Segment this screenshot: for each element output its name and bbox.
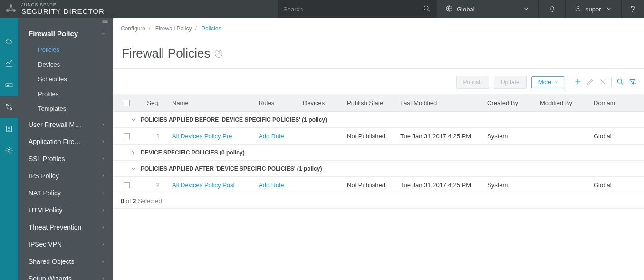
global-search[interactable] — [278, 0, 436, 18]
group-device-specific[interactable]: DEVICE SPECIFIC POLICIES (0 policy) — [113, 145, 644, 161]
chevron-right-icon — [101, 139, 106, 144]
svg-point-22 — [617, 79, 622, 83]
cell-publish: Not Published — [343, 133, 396, 140]
breadcrumb: Configure/ Firewall Policy/ Policies — [113, 18, 644, 39]
chevron-down-icon — [522, 5, 530, 14]
rail-item-configure[interactable] — [0, 96, 18, 118]
sidebar-item-shared-objects[interactable]: Shared Objects — [18, 253, 113, 270]
configure-icon — [5, 103, 13, 111]
sidebar: Firewall Policy Policies Devices Schedul… — [18, 18, 113, 280]
chevron-right-icon — [101, 225, 106, 230]
sidebar-sub-templates[interactable]: Templates — [18, 101, 113, 116]
sidebar-item-ips-policy[interactable]: IPS Policy — [18, 167, 113, 184]
rail-item-admin[interactable] — [0, 140, 18, 162]
help-icon[interactable]: ? — [215, 50, 222, 58]
rail-item-reports[interactable] — [0, 118, 18, 140]
sidebar-item-label: IPS Policy — [29, 172, 59, 180]
help-button[interactable]: ? — [621, 0, 644, 18]
update-button[interactable]: Update — [494, 76, 527, 89]
main-content: Configure/ Firewall Policy/ Policies Fir… — [113, 18, 644, 280]
publish-button[interactable]: Publish — [456, 76, 489, 89]
selection-footer: 0 of 2 Selected — [113, 193, 644, 209]
col-domain[interactable]: Domain — [590, 99, 644, 106]
col-createdby[interactable]: Created By — [483, 99, 536, 106]
add-rule-link[interactable]: Add Rule — [259, 182, 284, 189]
rail-item-devices[interactable] — [0, 74, 18, 96]
table-search-button[interactable] — [616, 78, 624, 87]
cloud-icon — [5, 37, 13, 46]
search-input[interactable] — [283, 6, 423, 13]
sidebar-item-user-firewall[interactable]: User Firewall M… — [18, 116, 113, 133]
col-devices[interactable]: Devices — [299, 99, 343, 106]
table-row[interactable]: 2 All Devices Policy Post Add Rule Not P… — [113, 177, 644, 193]
sidebar-item-app-firewall[interactable]: Application Fire… — [18, 133, 113, 150]
policy-link[interactable]: All Devices Policy Post — [172, 182, 235, 189]
sidebar-item-label: NAT Policy — [29, 189, 61, 197]
chevron-down-icon — [605, 5, 613, 14]
monitor-icon — [5, 59, 13, 68]
sidebar-item-label: Setup Wizards — [29, 275, 72, 280]
chevron-right-icon — [130, 150, 136, 155]
user-menu[interactable]: super — [565, 0, 621, 18]
crumb-configure[interactable]: Configure — [121, 25, 145, 32]
brand: JUNOS SPACE SECURITY DIRECTOR — [0, 3, 113, 15]
rail-item-dashboard[interactable] — [0, 30, 18, 52]
add-rule-link[interactable]: Add Rule — [259, 133, 284, 140]
chevron-down-icon — [101, 31, 106, 36]
crumb-firewall-policy[interactable]: Firewall Policy — [155, 25, 192, 32]
page-title: Firewall Policies — [122, 46, 210, 61]
edit-button[interactable] — [586, 78, 594, 87]
svg-point-6 — [577, 6, 579, 8]
sidebar-sub-label: Profiles — [38, 90, 58, 97]
user-label: super — [586, 6, 601, 13]
sidebar-group-label: Firewall Policy — [29, 29, 78, 38]
sidebar-item-utm-policy[interactable]: UTM Policy — [18, 202, 113, 219]
table-header: Seq. Name Rules Devices Publish State La… — [113, 94, 644, 112]
sidebar-group-firewall-policy[interactable]: Firewall Policy — [18, 25, 113, 42]
sidebar-collapse-toggle[interactable] — [18, 18, 113, 25]
delete-button[interactable] — [599, 78, 606, 87]
chevron-right-icon — [101, 259, 106, 264]
svg-point-9 — [8, 85, 9, 86]
sidebar-sub-policies[interactable]: Policies — [18, 42, 113, 57]
chevron-down-icon — [554, 80, 559, 85]
policy-link[interactable]: All Devices Policy Pre — [172, 133, 232, 140]
select-all-checkbox[interactable] — [124, 100, 130, 106]
rail-item-monitor[interactable] — [0, 52, 18, 74]
col-rules[interactable]: Rules — [255, 99, 299, 106]
row-checkbox[interactable] — [124, 182, 130, 188]
search-icon[interactable] — [423, 5, 431, 14]
sidebar-item-setup-wizards[interactable]: Setup Wizards — [18, 270, 113, 280]
notifications-button[interactable] — [538, 0, 565, 18]
sidebar-item-ipsec-vpn[interactable]: IPSec VPN — [18, 236, 113, 253]
col-publish[interactable]: Publish State — [343, 99, 396, 106]
bell-icon — [548, 5, 556, 14]
group-before[interactable]: POLICIES APPLIED BEFORE 'DEVICE SPECIFIC… — [113, 112, 644, 128]
col-name[interactable]: Name — [168, 99, 255, 106]
topbar: JUNOS SPACE SECURITY DIRECTOR Global sup… — [0, 0, 644, 18]
sidebar-item-label: UTM Policy — [29, 206, 63, 214]
more-button[interactable]: More — [531, 76, 564, 88]
group-after[interactable]: POLICIES APPLIED AFTER 'DEVICE SPECIFIC … — [113, 161, 644, 177]
sidebar-item-nat-policy[interactable]: NAT Policy — [18, 184, 113, 202]
group-label: DEVICE SPECIFIC POLICIES (0 policy) — [141, 149, 245, 156]
filter-button[interactable] — [629, 78, 636, 87]
cell-publish: Not Published — [343, 182, 396, 189]
group-label: POLICIES APPLIED AFTER 'DEVICE SPECIFIC … — [141, 165, 322, 172]
col-modified[interactable]: Last Modified — [396, 99, 483, 106]
col-modifiedby[interactable]: Modified By — [536, 99, 590, 106]
sidebar-sub-devices[interactable]: Devices — [18, 57, 113, 72]
sidebar-item-ssl-profiles[interactable]: SSL Profiles — [18, 150, 113, 167]
sidebar-item-threat-prevention[interactable]: Threat Prevention — [18, 219, 113, 236]
table-row[interactable]: 1 All Devices Policy Pre Add Rule Not Pu… — [113, 128, 644, 145]
sidebar-item-label: SSL Profiles — [29, 155, 65, 163]
row-checkbox[interactable] — [124, 133, 130, 139]
sidebar-sub-schedules[interactable]: Schedules — [18, 72, 113, 87]
scope-selector[interactable]: Global — [436, 0, 538, 18]
add-button[interactable] — [574, 78, 582, 87]
sidebar-item-label: Shared Objects — [29, 258, 75, 265]
col-seq[interactable]: Seq. — [140, 99, 168, 106]
chevron-right-icon — [101, 242, 106, 247]
devices-icon — [5, 81, 13, 89]
sidebar-sub-profiles[interactable]: Profiles — [18, 87, 113, 101]
